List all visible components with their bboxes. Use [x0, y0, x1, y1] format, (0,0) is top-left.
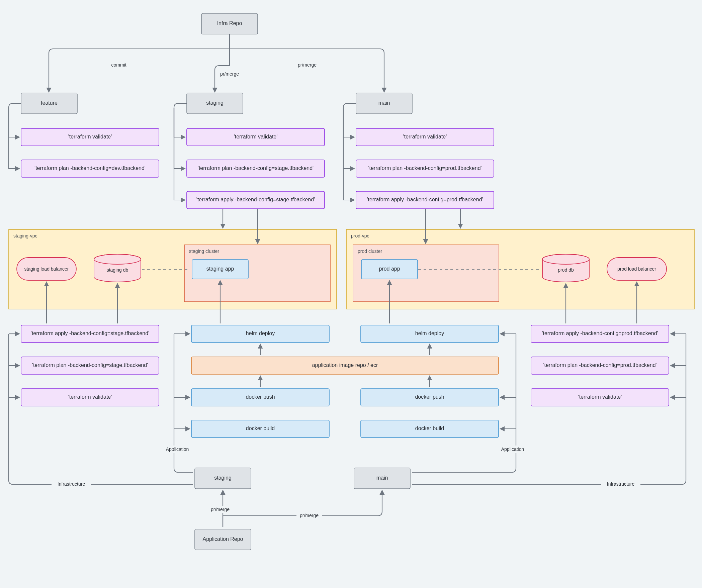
feature-branch-node — [21, 93, 77, 114]
tf-plan-prod — [356, 160, 494, 177]
cicd-pipeline-diagram: staging-vpc prod-vpc staging cluster pro… — [0, 0, 702, 588]
tf-apply-stage-app — [21, 325, 159, 342]
staging-db-node — [94, 254, 141, 282]
prod-app-node — [361, 260, 418, 279]
app-main-branch-node — [354, 468, 410, 489]
infra-repo-node — [201, 13, 258, 34]
docker-push-staging — [191, 389, 329, 406]
tf-validate-staging — [187, 128, 325, 146]
staging-lb-node — [17, 258, 76, 280]
edge-staging-tfplan — [174, 108, 185, 169]
edge-staging-tfapply — [174, 108, 185, 200]
edge-infra-feature — [49, 34, 230, 92]
docker-build-staging — [191, 420, 329, 437]
edge-infra-stg-label: Infrastructure — [58, 481, 85, 487]
edge-apprepo-main — [223, 491, 382, 527]
staging-branch-node — [187, 93, 243, 114]
edge-infra-staging — [215, 34, 230, 92]
tf-validate-feature — [21, 128, 159, 146]
edge-infra-feature-label: commit — [111, 62, 126, 68]
prod-vpc-label: prod-vpc — [351, 233, 369, 238]
edge-infra-main-label: pr/merge — [298, 62, 317, 68]
tf-apply-stage — [187, 191, 325, 209]
tf-plan-prod-app — [531, 357, 669, 374]
edge-app-prod-label: Application — [501, 447, 524, 452]
tf-validate-stage-app — [21, 389, 159, 406]
edge-infra-prod-label: Infrastructure — [607, 481, 635, 487]
prod-cluster-label: prod cluster — [358, 249, 382, 254]
staging-vpc-label: staging-vpc — [13, 233, 37, 238]
tf-validate-main — [356, 128, 494, 146]
tf-apply-prod — [356, 191, 494, 209]
prod-lb-node — [607, 258, 667, 280]
app-staging-branch-node — [195, 468, 251, 489]
docker-push-prod — [361, 389, 499, 406]
tf-plan-stage — [187, 160, 325, 177]
edge-main-tfapply — [343, 108, 354, 200]
edge-main-tfv — [343, 103, 354, 137]
svg-text:pr/merge: pr/merge — [211, 507, 230, 512]
helm-deploy-staging — [191, 325, 329, 342]
staging-app-node — [192, 260, 248, 279]
staging-cluster-label: staging cluster — [189, 249, 220, 254]
edge-infra-staging-label: pr/merge — [220, 71, 239, 77]
main-branch-node — [356, 93, 412, 114]
tf-plan-stage-app — [21, 357, 159, 374]
image-repo-node — [191, 357, 499, 374]
edge-feature-tfplan — [9, 108, 19, 169]
tf-apply-prod-app — [531, 325, 669, 342]
edge-feature-tfv — [9, 103, 19, 137]
tf-plan-dev — [21, 160, 159, 177]
application-repo-node — [195, 529, 251, 550]
tf-validate-prod-app — [531, 389, 669, 406]
svg-text:pr/merge: pr/merge — [300, 513, 319, 518]
prod-db-node — [542, 254, 589, 282]
helm-deploy-prod — [361, 325, 499, 342]
edge-staging-tfv — [174, 103, 185, 137]
edge-app-stg-label: Application — [166, 447, 189, 452]
docker-build-prod — [361, 420, 499, 437]
edge-main-tfplan — [343, 108, 354, 169]
